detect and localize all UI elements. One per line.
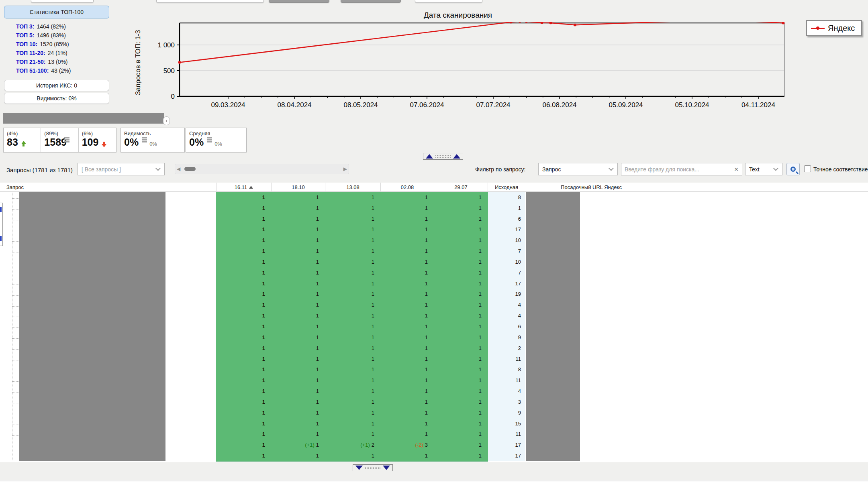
tree-branch-line [12, 349, 18, 350]
search-input[interactable]: Введите фразу для поиска... ✕ [621, 163, 742, 175]
query-group-select[interactable]: [ Все запросы ] [78, 163, 165, 175]
visibility-summary-box: Видимость 0%0% [120, 128, 185, 153]
filter-field-value: Запрос [542, 166, 561, 173]
equals-icon [142, 136, 147, 143]
initial-position-cell: 10 [488, 235, 525, 246]
svg-text:1 500: 1 500 [157, 22, 175, 23]
expand-table-control[interactable] [353, 464, 393, 471]
table-row[interactable]: 11111 [216, 256, 488, 267]
chevron-down-icon [773, 166, 778, 171]
position-cell: 1 [434, 364, 488, 375]
initial-column-header[interactable]: Исходная [488, 183, 525, 192]
chart-y-axis-label: Запросов в ТОП: 1-3 [134, 10, 142, 115]
position-cell: 1 [216, 429, 272, 439]
position-cell: 1 [434, 407, 488, 418]
table-row[interactable]: 11111 [216, 332, 488, 343]
table-row[interactable]: 11111 [216, 429, 488, 439]
table-row[interactable]: 11111 [216, 354, 488, 364]
position-cell: 1 [381, 235, 434, 246]
top5-link[interactable]: ТОП 5: [16, 32, 35, 39]
query-group-value: [ Все запросы ] [82, 166, 121, 173]
table-row[interactable]: 11111 [216, 397, 488, 407]
top10-link[interactable]: ТОП 10: [16, 41, 37, 47]
table-row[interactable]: 11111 [216, 450, 488, 461]
position-cell: 1 [381, 289, 434, 300]
table-row[interactable]: 11111 [216, 214, 488, 224]
search-button[interactable] [786, 163, 800, 175]
query-column-header[interactable]: Запрос [6, 183, 24, 192]
scroll-left-icon[interactable]: ◀ [175, 166, 182, 172]
position-cell: 1 [381, 192, 434, 203]
table-row[interactable]: 11111 [216, 278, 488, 289]
top-stat-item: ТОП 3:1464 (82%) [16, 22, 120, 31]
position-cell: 1 [381, 321, 434, 332]
table-row[interactable]: 11111 [216, 375, 488, 386]
top100-stats-button[interactable]: Статистика ТОП-100 [4, 6, 109, 18]
top51-100-link[interactable]: ТОП 51-100: [16, 67, 49, 74]
position-cell: 1 [381, 354, 434, 364]
table-row[interactable]: 11111 [216, 299, 488, 310]
arrow-down-icon [383, 466, 390, 470]
table-row[interactable]: 11111 [216, 235, 488, 246]
exact-match-checkbox[interactable] [804, 165, 811, 172]
visibility-button[interactable]: Видимость: 0% [4, 93, 109, 104]
position-cell: 1 [325, 224, 381, 235]
url-column-header[interactable]: Посадочный URL Яндекс [525, 183, 658, 192]
position-cell: 1 [434, 332, 488, 343]
vertical-scrollbar-fragment[interactable] [0, 203, 3, 246]
position-cell: 1 [325, 386, 381, 397]
svg-text:07.06.2024: 07.06.2024 [410, 101, 444, 109]
table-row[interactable]: 1(+1)1(+1)2(-2)31 [216, 439, 488, 450]
top11-20-link[interactable]: ТОП 11-20: [16, 50, 45, 56]
position-cell: 1 [272, 332, 325, 343]
position-cell: 1 [272, 450, 325, 461]
table-row[interactable]: 11111 [216, 289, 488, 300]
iks-history-button[interactable]: История ИКС: 0 [4, 80, 109, 91]
filter-field-select[interactable]: Запрос [538, 163, 618, 175]
top3-link[interactable]: ТОП 3: [16, 23, 35, 30]
table-row[interactable]: 11111 [216, 321, 488, 332]
top-stat-item: ТОП 11-20:24 (1%) [16, 49, 120, 57]
table-row[interactable]: 11111 [216, 407, 488, 418]
date-column-header[interactable]: 13.08 [325, 183, 381, 192]
position-cell: 1 [272, 375, 325, 386]
table-row[interactable]: 11111 [216, 386, 488, 397]
scroll-right-icon[interactable]: ▶ [342, 166, 349, 172]
position-cell: 1 [381, 418, 434, 429]
collapse-chart-control[interactable] [423, 153, 463, 160]
position-cell: 1 [381, 278, 434, 289]
table-row[interactable]: 11111 [216, 224, 488, 235]
date-column-header[interactable]: 02.08 [381, 183, 434, 192]
top-toolbar-fragment [31, 0, 94, 3]
position-cell: 1 [325, 343, 381, 354]
table-row[interactable]: 11111 [216, 267, 488, 278]
position-cell: 1 [272, 289, 325, 300]
position-cell: 1 [434, 299, 488, 310]
position-cell: 1 [216, 310, 272, 321]
table-row[interactable]: 11111 [216, 192, 488, 203]
date-column-header[interactable]: 16.11 [216, 183, 272, 192]
top5-value: 1496 (83%) [37, 32, 66, 39]
table-row[interactable]: 11111 [216, 246, 488, 256]
top21-50-link[interactable]: ТОП 21-50: [16, 59, 46, 65]
search-mode-select[interactable]: Text [745, 163, 782, 175]
horizontal-scrollbar[interactable]: ◀ ▶ [175, 164, 349, 174]
initial-position-cell: 7 [488, 267, 525, 278]
position-cell: 1 [216, 299, 272, 310]
clear-search-icon[interactable]: ✕ [731, 166, 739, 173]
expand-button[interactable]: › [163, 116, 170, 125]
position-cell: 1 [216, 289, 272, 300]
date-column-header[interactable]: 18.10 [272, 183, 325, 192]
table-row[interactable]: 11111 [216, 203, 488, 214]
date-column-header[interactable]: 29.07 [434, 183, 488, 192]
table-row[interactable]: 11111 [216, 343, 488, 354]
scrollbar-thumb[interactable] [184, 167, 196, 171]
position-cell: 1 [325, 192, 381, 203]
table-row[interactable]: 11111 [216, 364, 488, 375]
top3-value: 1464 (82%) [37, 23, 66, 30]
table-row[interactable]: 11111 [216, 310, 488, 321]
position-cell: 1 [381, 310, 434, 321]
position-cell: 1 [216, 192, 272, 203]
chart-title: Дата сканирования [414, 11, 502, 20]
table-row[interactable]: 11111 [216, 418, 488, 429]
